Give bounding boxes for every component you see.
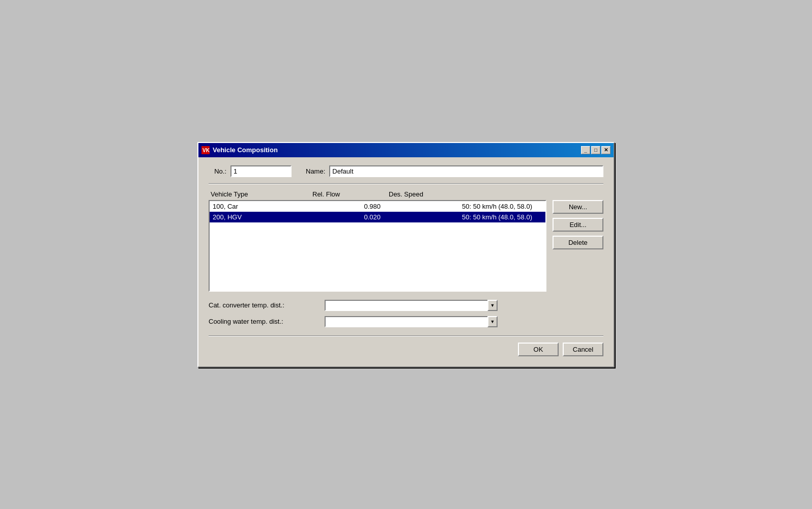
- col-header-des-speed: Des. Speed: [389, 190, 601, 198]
- col-header-rel-flow: Rel. Flow: [312, 190, 389, 198]
- new-button[interactable]: New...: [553, 200, 603, 214]
- divider-2: [209, 335, 603, 336]
- cooling-water-dropdown-wrapper: ▼: [325, 316, 498, 327]
- cat-converter-row: Cat. converter temp. dist.: ▼: [209, 300, 603, 311]
- svg-text:VK: VK: [202, 148, 210, 153]
- window-title: Vehicle Composition: [213, 146, 278, 154]
- col-header-vehicle-type: Vehicle Type: [211, 190, 312, 198]
- bottom-fields: Cat. converter temp. dist.: ▼ Cooling wa…: [209, 300, 603, 327]
- des-speed-cell: 50: 50 km/h (48.0, 58.0): [391, 213, 542, 221]
- delete-button[interactable]: Delete: [553, 236, 603, 249]
- edit-button[interactable]: Edit...: [553, 218, 603, 232]
- cat-converter-arrow[interactable]: ▼: [487, 300, 498, 311]
- vehicle-list[interactable]: 100, Car 0.980 50: 50 km/h (48.0, 58.0) …: [209, 200, 546, 292]
- rel-flow-cell: 0.020: [314, 213, 391, 221]
- main-area: 100, Car 0.980 50: 50 km/h (48.0, 58.0) …: [209, 200, 603, 292]
- side-buttons: New... Edit... Delete: [553, 200, 603, 249]
- title-bar-left: VK Vehicle Composition: [201, 146, 278, 154]
- vehicle-type-cell: 200, HGV: [213, 213, 314, 221]
- divider-1: [209, 183, 603, 184]
- cat-converter-label: Cat. converter temp. dist.:: [209, 301, 321, 309]
- column-headers: Vehicle Type Rel. Flow Des. Speed: [209, 190, 603, 198]
- no-label: No.:: [209, 167, 226, 175]
- cat-converter-dropdown-wrapper: ▼: [325, 300, 498, 311]
- cooling-water-row: Cooling water temp. dist.: ▼: [209, 316, 603, 327]
- cooling-water-arrow[interactable]: ▼: [487, 316, 498, 327]
- vehicle-composition-dialog: VK Vehicle Composition _ □ ✕ No.: Name: …: [197, 142, 615, 367]
- list-item[interactable]: 100, Car 0.980 50: 50 km/h (48.0, 58.0): [210, 201, 545, 212]
- vehicle-type-cell: 100, Car: [213, 202, 314, 211]
- title-bar-controls: _ □ ✕: [581, 146, 611, 154]
- no-name-row: No.: Name:: [209, 165, 603, 177]
- ok-cancel-row: OK Cancel: [209, 343, 603, 358]
- app-icon: VK: [201, 146, 210, 154]
- ok-button[interactable]: OK: [518, 343, 559, 356]
- des-speed-cell: 50: 50 km/h (48.0, 58.0): [391, 202, 542, 211]
- name-section: Name:: [306, 165, 603, 177]
- cat-converter-input[interactable]: [325, 300, 498, 311]
- maximize-button[interactable]: □: [591, 146, 600, 154]
- cooling-water-label: Cooling water temp. dist.:: [209, 318, 321, 325]
- minimize-button[interactable]: _: [581, 146, 590, 154]
- cancel-button[interactable]: Cancel: [563, 343, 603, 356]
- close-button[interactable]: ✕: [601, 146, 611, 154]
- window-body: No.: Name: Vehicle Type Rel. Flow Des. S…: [198, 157, 614, 366]
- list-item[interactable]: 200, HGV 0.020 50: 50 km/h (48.0, 58.0): [210, 212, 545, 222]
- no-input[interactable]: [230, 165, 292, 177]
- cooling-water-input[interactable]: [325, 316, 498, 327]
- name-input[interactable]: [329, 165, 603, 177]
- rel-flow-cell: 0.980: [314, 202, 391, 211]
- title-bar: VK Vehicle Composition _ □ ✕: [198, 143, 614, 157]
- name-label: Name:: [306, 167, 325, 175]
